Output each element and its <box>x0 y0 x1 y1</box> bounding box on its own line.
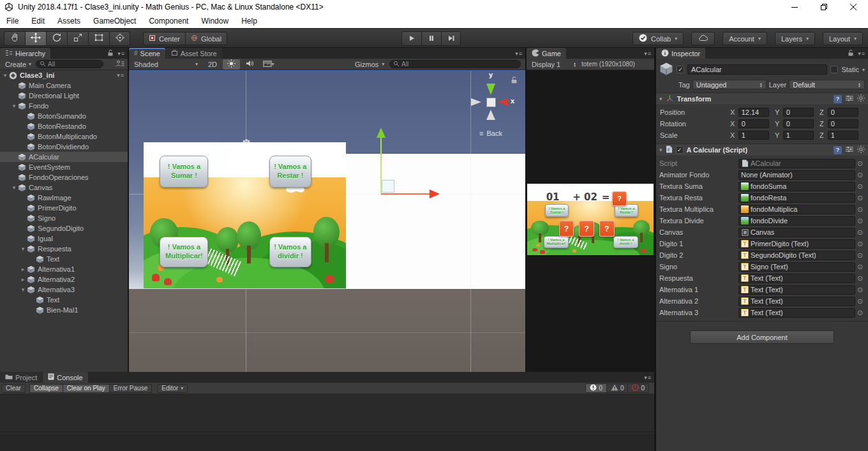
hierarchy-item-primerdigito[interactable]: PrimerDigito <box>0 203 128 213</box>
expander-arrow-icon[interactable]: ▾ <box>1 72 9 78</box>
presets-icon[interactable] <box>846 146 853 154</box>
move-gizmo-y-arrowhead[interactable] <box>377 128 385 138</box>
hand-tool-button[interactable] <box>4 31 25 46</box>
object-picker-icon[interactable]: ⊙ <box>855 240 865 248</box>
gear-icon[interactable] <box>857 145 865 154</box>
collab-dropdown[interactable]: Collab▾ <box>632 32 684 45</box>
hierarchy-item-respuesta[interactable]: ▾Respuesta <box>0 244 128 254</box>
gizmo-z-cone[interactable] <box>486 110 495 120</box>
object-picker-icon[interactable]: ⊙ <box>855 274 865 283</box>
hierarchy-item-alternativa3[interactable]: ▾Alternativa3 <box>0 285 128 295</box>
expander-arrow-icon[interactable]: ▾ <box>10 103 18 109</box>
gizmo-y-cone[interactable] <box>486 84 495 95</box>
panel-menu-icon[interactable]: ▾≡ <box>644 50 652 57</box>
layer-dropdown[interactable]: Default▲▼ <box>789 80 865 89</box>
transform-position-z-field[interactable]: 0 <box>828 108 858 117</box>
hierarchy-item-text[interactable]: Text <box>0 254 128 264</box>
help-icon[interactable]: ? <box>834 146 842 154</box>
object-reference-field[interactable]: TText (Text) <box>738 308 855 318</box>
tab-project[interactable]: Project <box>0 372 42 383</box>
panel-menu-icon[interactable]: ▾≡ <box>117 72 124 78</box>
gear-icon[interactable] <box>857 94 865 103</box>
chevron-down-icon[interactable]: ▾ <box>862 67 865 73</box>
menu-assets[interactable]: Assets <box>51 14 87 28</box>
panel-menu-icon[interactable]: ▾≡ <box>117 50 125 57</box>
tab-inspector[interactable]: Inspector <box>656 48 705 59</box>
hierarchy-item-igual[interactable]: Igual <box>0 233 128 244</box>
object-picker-icon[interactable]: ⊙ <box>855 194 865 202</box>
expander-arrow-icon[interactable]: ▾ <box>10 184 18 191</box>
clear-on-play-button[interactable]: Clear on Play <box>63 384 109 393</box>
transform-tool-button[interactable] <box>109 31 130 46</box>
move-gizmo-x-axis[interactable] <box>381 193 431 195</box>
answer-option-box-1[interactable]: ? <box>579 221 594 237</box>
hierarchy-item-segundodigito[interactable]: SegundoDigito <box>0 223 128 233</box>
object-picker-icon[interactable]: ⊙ <box>855 263 865 271</box>
script-enabled-checkbox[interactable]: ✓ <box>676 146 684 154</box>
space-toggle-button[interactable]: Global <box>185 32 227 45</box>
object-reference-field[interactable]: None (Animator) <box>738 170 855 180</box>
tag-dropdown[interactable]: Untagged▲▼ <box>692 80 767 89</box>
gameobject-name-field[interactable]: ACalcular <box>687 64 827 75</box>
object-picker-icon[interactable]: ⊙ <box>855 309 865 317</box>
tab-asset-store[interactable]: Asset Store <box>166 48 222 59</box>
pause-button[interactable] <box>421 31 441 46</box>
menu-window[interactable]: Window <box>195 14 235 28</box>
object-picker-icon[interactable]: ⊙ <box>855 182 865 191</box>
answer-option-box-0[interactable]: ? <box>559 221 574 237</box>
operation-button-3[interactable]: ! Vamos a dividir ! <box>613 236 639 248</box>
menu-component[interactable]: Component <box>142 14 195 28</box>
tab-scene[interactable]: # Scene <box>129 48 165 59</box>
object-picker-icon[interactable]: ⊙ <box>855 251 865 260</box>
hierarchy-item-text[interactable]: Text <box>0 295 128 305</box>
hierarchy-item-main-camera[interactable]: Main Camera <box>0 80 128 91</box>
panel-menu-icon[interactable]: ▾≡ <box>515 50 523 57</box>
object-reference-field[interactable]: Canvas <box>738 228 855 237</box>
hierarchy-item-botonrestando[interactable]: BotonRestando <box>0 121 128 131</box>
hierarchy-item-eventsystem[interactable]: EventSystem <box>0 162 128 172</box>
transform-position-x-field[interactable]: 12.14 <box>738 108 769 117</box>
scene-search-input[interactable]: All <box>389 60 521 68</box>
hierarchy-item-botonsumando[interactable]: BotonSumando <box>0 111 128 121</box>
layout-dropdown[interactable]: Layout▾ <box>823 32 863 45</box>
object-picker-icon[interactable]: ⊙ <box>855 286 865 294</box>
tab-console[interactable]: Console <box>43 372 87 383</box>
rect-tool-button[interactable] <box>88 31 109 46</box>
unlocked-padlock-icon[interactable] <box>511 76 518 84</box>
gizmo-center-cube[interactable] <box>486 98 496 107</box>
menu-edit[interactable]: Edit <box>25 14 51 28</box>
object-reference-field[interactable]: TText (Text) <box>738 274 855 283</box>
minimize-button[interactable] <box>780 0 809 14</box>
account-dropdown[interactable]: Account▾ <box>722 32 767 45</box>
hierarchy-item-directional-light[interactable]: Directional Light <box>0 91 128 101</box>
error-pause-button[interactable]: Error Pause <box>109 384 152 393</box>
add-component-button[interactable]: Add Component <box>690 330 834 344</box>
move-gizmo-x-arrowhead[interactable] <box>430 189 440 198</box>
object-reference-field[interactable]: fondoResta <box>738 193 855 203</box>
clear-button[interactable]: Clear <box>1 384 26 393</box>
hierarchy-search-input[interactable]: All <box>36 60 103 68</box>
gizmo-x-cone[interactable] <box>498 98 508 106</box>
expander-arrow-icon[interactable]: ▾ <box>19 246 27 252</box>
hierarchy-item-signo[interactable]: Signo <box>0 213 128 223</box>
static-checkbox[interactable] <box>830 66 838 73</box>
object-reference-field[interactable]: TSigno (Text) <box>738 262 855 272</box>
pivot-toggle-button[interactable]: Center <box>143 32 185 45</box>
transform-scale-y-field[interactable]: 1 <box>783 131 814 140</box>
move-gizmo-xy-plane-handle[interactable] <box>382 180 394 193</box>
menu-file[interactable]: File <box>0 14 25 28</box>
operation-button-2[interactable]: ! Vamos a Multiplicar! <box>544 236 569 248</box>
answer-box[interactable]: ? <box>612 191 627 205</box>
transform-position-y-field[interactable]: 0 <box>783 108 814 117</box>
scene-lighting-toggle[interactable] <box>223 59 240 70</box>
transform-rotation-z-field[interactable]: 0 <box>828 119 858 128</box>
lock-icon[interactable] <box>848 49 854 58</box>
object-picker-icon[interactable]: ⊙ <box>855 159 865 168</box>
rotate-tool-button[interactable] <box>46 31 67 46</box>
hierarchy-item-acalcular[interactable]: ACalcular <box>0 152 128 162</box>
filter-by-type-icon[interactable] <box>116 60 125 69</box>
info-count-toggle[interactable]: 0 <box>585 383 606 393</box>
scene-viewport[interactable]: ! Vamos a Sumar !! Vamos a Restar !! Vam… <box>129 70 525 372</box>
presets-icon[interactable] <box>846 95 853 103</box>
menu-gameobject[interactable]: GameObject <box>87 14 142 28</box>
